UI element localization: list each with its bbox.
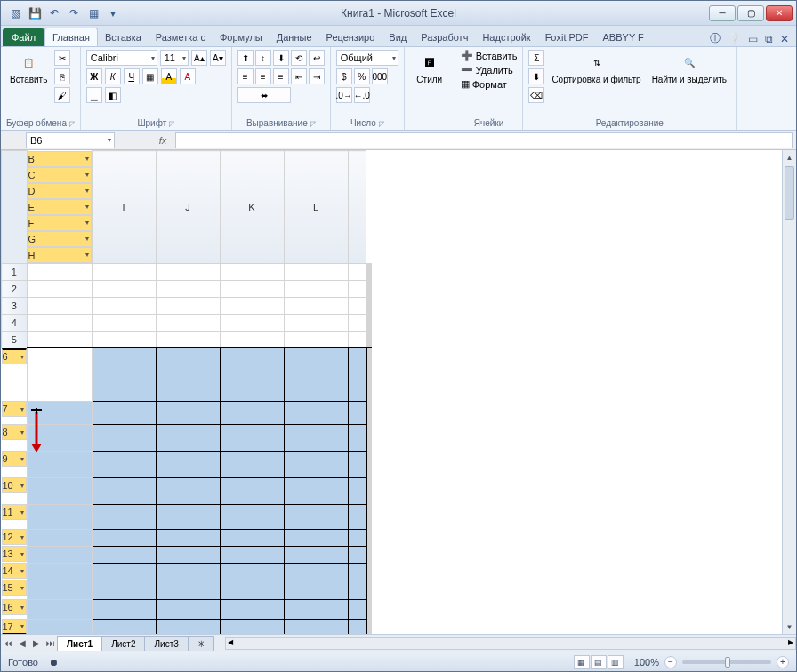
column-header-B[interactable]: B	[28, 151, 92, 167]
cell-C12[interactable]	[92, 529, 156, 546]
cell-G14[interactable]	[348, 563, 366, 580]
minimize-button[interactable]: ─	[709, 5, 736, 21]
cell-F5[interactable]	[284, 331, 348, 348]
cell-grid[interactable]: BCDEFGHIJKL12345678910111213141516171819	[1, 150, 372, 634]
zoom-out-button[interactable]: −	[664, 656, 677, 668]
tab-data[interactable]: Данные	[270, 28, 319, 46]
cell-F1[interactable]	[284, 263, 348, 280]
tab-layout[interactable]: Разметка с	[149, 28, 213, 46]
column-header-G[interactable]: G	[28, 231, 92, 247]
page-break-view-button[interactable]: ▥	[608, 655, 624, 669]
cell-D5[interactable]	[156, 331, 220, 348]
cell-F16[interactable]	[284, 599, 348, 619]
fill-down-button[interactable]: ⬇	[528, 68, 544, 84]
horizontal-scrollbar[interactable]: ◀ ▶	[225, 637, 796, 650]
cell-F10[interactable]	[284, 477, 348, 504]
comma-button[interactable]: 000	[372, 68, 388, 84]
cell-G16[interactable]	[348, 599, 366, 619]
copy-button[interactable]: ⎘	[54, 68, 70, 84]
decrease-decimal-button[interactable]: ←.0	[354, 87, 370, 103]
close-button[interactable]: ✕	[766, 5, 793, 21]
format-painter-button[interactable]: 🖌	[54, 87, 70, 103]
cell-C11[interactable]	[92, 504, 156, 529]
underline-button[interactable]: Ч	[124, 68, 140, 84]
column-header-K[interactable]: K	[220, 151, 284, 264]
row-header-11[interactable]: 11	[2, 504, 27, 520]
cell-C17[interactable]	[92, 619, 156, 634]
cell-D16[interactable]	[156, 599, 220, 619]
wrap-text-button[interactable]: ↩	[309, 50, 325, 66]
redo-icon[interactable]: ↷	[67, 6, 81, 20]
row-header-5[interactable]: 5	[2, 331, 28, 348]
cell-B8[interactable]	[27, 424, 92, 451]
tab-developer[interactable]: Разработч	[414, 28, 475, 46]
cell-D6[interactable]	[156, 348, 220, 401]
cell-E3[interactable]	[220, 297, 284, 314]
formula-input[interactable]	[175, 132, 793, 148]
cell-E14[interactable]	[220, 563, 284, 580]
cell-F8[interactable]	[284, 424, 348, 451]
cell-D2[interactable]	[156, 280, 220, 297]
minimize-ribbon-icon[interactable]: ⓘ	[710, 31, 721, 46]
orientation-button[interactable]: ⟲	[291, 50, 307, 66]
cell-C6[interactable]	[92, 348, 156, 401]
border-bottom-button[interactable]: ▁	[86, 87, 102, 103]
cell-E12[interactable]	[220, 529, 284, 546]
format-cells-button[interactable]: Формат	[472, 79, 507, 90]
cell-B7[interactable]	[27, 401, 92, 424]
number-launcher-icon[interactable]: ◸	[379, 120, 384, 128]
save-icon[interactable]: 💾	[28, 6, 42, 20]
cell-G1[interactable]	[348, 263, 366, 280]
sheet-nav-first-icon[interactable]: ⏮	[1, 638, 15, 648]
find-select-button[interactable]: 🔍 Найти и выделить	[648, 50, 730, 86]
cell-G12[interactable]	[348, 529, 366, 546]
scroll-left-icon[interactable]: ◀	[228, 638, 233, 646]
cell-G9[interactable]	[348, 451, 366, 477]
cell-B15[interactable]	[27, 580, 92, 599]
column-header-I[interactable]: I	[92, 151, 156, 264]
delete-cells-button[interactable]: Удалить	[476, 65, 513, 76]
cell-C2[interactable]	[92, 280, 156, 297]
cell-F7[interactable]	[284, 401, 348, 424]
cell-G7[interactable]	[348, 401, 366, 424]
cell-B3[interactable]	[27, 297, 92, 314]
fill-color-button[interactable]: A	[161, 68, 177, 84]
cell-F13[interactable]	[284, 546, 348, 563]
cell-D10[interactable]	[156, 477, 220, 504]
qat-dropdown-icon[interactable]: ▾	[106, 6, 120, 20]
cell-B4[interactable]	[27, 314, 92, 331]
cell-B12[interactable]	[27, 529, 92, 546]
cell-G8[interactable]	[348, 424, 366, 451]
paste-button[interactable]: 📋 Вставить	[6, 50, 51, 86]
cell-C5[interactable]	[92, 331, 156, 348]
cut-button[interactable]: ✂	[54, 50, 70, 66]
cell-D7[interactable]	[156, 401, 220, 424]
cell-G17[interactable]	[348, 619, 366, 634]
percent-button[interactable]: %	[354, 68, 370, 84]
cell-G5[interactable]	[348, 331, 366, 348]
cell-G3[interactable]	[348, 297, 366, 314]
cell-E16[interactable]	[220, 599, 284, 619]
column-header-F[interactable]: F	[28, 215, 92, 231]
align-bottom-button[interactable]: ⬇	[273, 50, 289, 66]
cell-B2[interactable]	[27, 280, 92, 297]
cell-G13[interactable]	[348, 546, 366, 563]
cell-B10[interactable]	[27, 477, 92, 504]
cell-B17[interactable]	[27, 619, 92, 634]
cell-C14[interactable]	[92, 563, 156, 580]
column-header-E[interactable]: E	[28, 199, 92, 215]
increase-decimal-button[interactable]: .0→	[336, 87, 352, 103]
cell-D9[interactable]	[156, 451, 220, 477]
cell-F11[interactable]	[284, 504, 348, 529]
alignment-launcher-icon[interactable]: ◸	[310, 120, 316, 128]
cell-C1[interactable]	[92, 263, 156, 280]
border-button[interactable]: ▦	[142, 68, 158, 84]
row-header-9[interactable]: 9	[2, 451, 27, 467]
tab-abbyy[interactable]: ABBYY F	[596, 28, 651, 46]
cell-E8[interactable]	[220, 424, 284, 451]
column-header-J[interactable]: J	[156, 151, 220, 264]
maximize-button[interactable]: ▢	[737, 5, 764, 21]
align-right-button[interactable]: ≡	[273, 68, 289, 84]
cell-F9[interactable]	[284, 451, 348, 477]
cell-C16[interactable]	[92, 599, 156, 619]
